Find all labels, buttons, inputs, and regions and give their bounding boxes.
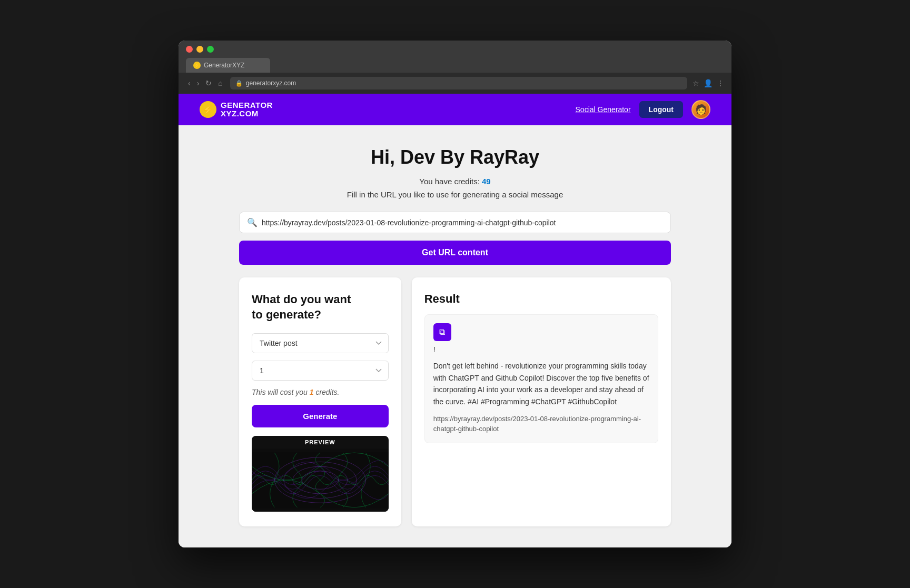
- copy-icon: ⧉: [439, 327, 445, 337]
- tab-title: GeneratorXYZ: [204, 62, 244, 69]
- result-card: ⧉ ! Don't get left behind - revolutioniz…: [424, 314, 658, 443]
- browser-toolbar: ‹ › ↻ ⌂ 🔒 generatorxyz.com ☆ 👤 ⋮: [179, 73, 731, 94]
- subtitle: Fill in the URL you like to use for gene…: [239, 190, 671, 199]
- nav-buttons: ‹ › ↻ ⌂: [186, 78, 225, 88]
- logout-button[interactable]: Logout: [639, 101, 683, 118]
- address-url: generatorxyz.com: [246, 79, 296, 87]
- credits-count: 49: [482, 177, 491, 186]
- app-nav: ⚡ GENERATOR XYZ.COM Social Generator Log…: [179, 94, 731, 125]
- toolbar-right: ☆ 👤 ⋮: [693, 79, 724, 87]
- preview-image: [252, 449, 389, 512]
- back-button[interactable]: ‹: [186, 78, 193, 88]
- cost-text: This will cost you 1 credits.: [252, 388, 389, 396]
- tab-favicon: ⚡: [193, 62, 201, 69]
- main-content: Hi, Dev By RayRay You have credits: 49 F…: [218, 125, 692, 547]
- left-panel: What do you want to generate? Twitter po…: [239, 277, 401, 526]
- copy-button[interactable]: ⧉: [433, 323, 451, 341]
- result-heading: Result: [424, 292, 658, 306]
- nav-right: Social Generator Logout 🧑: [576, 100, 710, 119]
- preview-box: PREVIEW: [252, 436, 389, 512]
- search-icon: 🔍: [247, 217, 258, 227]
- preview-label: PREVIEW: [252, 436, 389, 449]
- menu-icon[interactable]: ⋮: [717, 79, 724, 87]
- address-bar[interactable]: 🔒 generatorxyz.com: [230, 77, 687, 89]
- traffic-lights: [186, 46, 724, 53]
- lock-icon: 🔒: [235, 80, 243, 87]
- browser-window: ⚡ GeneratorXYZ ‹ › ↻ ⌂ 🔒 generatorxyz.co…: [179, 41, 731, 547]
- cost-number: 1: [310, 388, 314, 396]
- close-button[interactable]: [186, 46, 193, 53]
- browser-chrome: ⚡ GeneratorXYZ: [179, 41, 731, 73]
- content-type-select[interactable]: Twitter post LinkedIn post Facebook post: [252, 333, 389, 353]
- result-text: Don't get left behind - revolutionize yo…: [433, 360, 649, 407]
- forward-button[interactable]: ›: [195, 78, 202, 88]
- quantity-select[interactable]: 1 2 3 4 5: [252, 361, 389, 381]
- two-col-layout: What do you want to generate? Twitter po…: [239, 277, 671, 526]
- right-panel: Result ⧉ ! Don't get left behind - revol…: [412, 277, 671, 526]
- page-title: Hi, Dev By RayRay: [239, 146, 671, 168]
- result-url: https://byrayray.dev/posts/2023-01-08-re…: [433, 414, 649, 434]
- home-button[interactable]: ⌂: [216, 78, 224, 88]
- social-generator-link[interactable]: Social Generator: [576, 105, 631, 114]
- app-container: ⚡ GENERATOR XYZ.COM Social Generator Log…: [179, 94, 731, 547]
- refresh-button[interactable]: ↻: [203, 78, 214, 88]
- logo-icon: ⚡: [200, 101, 216, 118]
- maximize-button[interactable]: [207, 46, 214, 53]
- profile-icon[interactable]: 👤: [704, 79, 713, 87]
- star-icon[interactable]: ☆: [693, 79, 699, 87]
- get-url-button[interactable]: Get URL content: [239, 241, 671, 265]
- url-input[interactable]: [262, 218, 663, 227]
- generate-button[interactable]: Generate: [252, 405, 389, 427]
- credits-line: You have credits: 49: [239, 177, 671, 186]
- url-input-row: 🔍: [239, 212, 671, 233]
- panel-heading: What do you want to generate?: [252, 292, 389, 322]
- minimize-button[interactable]: [196, 46, 203, 53]
- active-tab[interactable]: ⚡ GeneratorXYZ: [186, 58, 270, 73]
- logo-area: ⚡ GENERATOR XYZ.COM: [200, 101, 273, 118]
- browser-tabs: ⚡ GeneratorXYZ: [186, 58, 724, 73]
- user-avatar[interactable]: 🧑: [691, 100, 710, 119]
- logo-text: GENERATOR XYZ.COM: [221, 101, 273, 118]
- exclamation-text: !: [433, 345, 649, 354]
